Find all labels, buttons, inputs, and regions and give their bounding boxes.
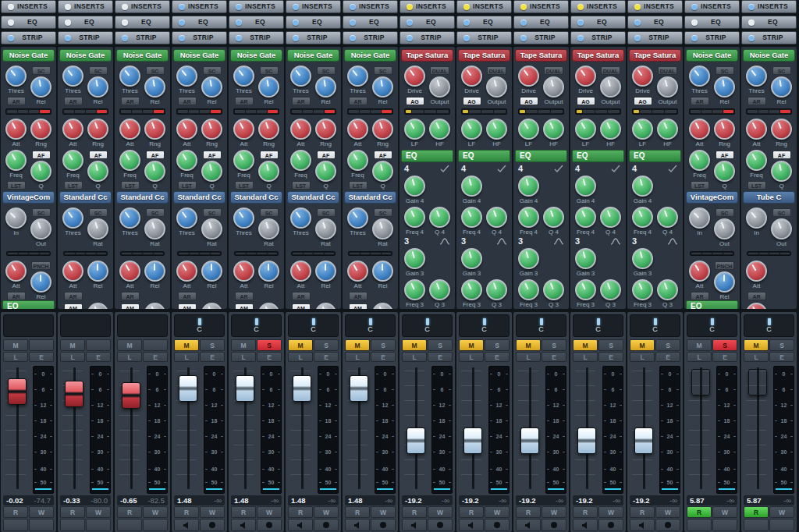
standard-comp-title[interactable]: Standard Cc [59,191,112,204]
volume-fader-handle[interactable] [520,427,539,454]
tape-output-knob[interactable] [543,76,564,98]
standard-comp-title[interactable]: Standard Cc [230,191,282,204]
gate-q-knob[interactable] [315,161,336,182]
gate-release-knob[interactable] [258,76,279,98]
gate-af-button[interactable]: AF [89,151,108,159]
tape-hf-knob[interactable] [429,119,450,140]
tape-saturator-title[interactable]: Tape Satura [401,49,453,62]
gate-freq-knob[interactable] [290,150,311,171]
inserts-rack-header[interactable]: INSERTS [229,0,284,13]
inserts-active-led[interactable] [463,4,470,10]
record-enable-button[interactable] [655,519,680,531]
gate-ar-button[interactable]: AR [691,97,709,105]
read-automation-button[interactable]: R [60,506,85,518]
gate-af-button[interactable]: AF [317,151,336,159]
mute-button[interactable]: M [402,339,427,351]
eq-band3-q-knob[interactable] [543,279,564,300]
scomp-threshold-knob[interactable] [290,207,311,229]
vcomp-ar-button[interactable]: AR [7,292,26,300]
vcomp-sidechain-button[interactable]: SC [716,208,734,217]
strip-active-led[interactable] [748,35,755,41]
inserts-rack-header[interactable]: INSERTS [570,0,626,13]
gate-sidechain-button[interactable]: SC [374,66,392,75]
gate-release-knob[interactable] [315,76,336,98]
vcomp-punch-button[interactable]: PNCH [715,261,735,270]
gate-sidechain-button[interactable]: SC [317,66,336,75]
eq-band3-gain-knob[interactable] [575,248,596,269]
eq-band4-q-knob[interactable] [657,207,678,228]
eq-band3-gain-knob[interactable] [404,248,425,269]
listen-button[interactable]: L [516,352,541,362]
eq-active-led[interactable] [634,20,641,26]
gate-freq-knob[interactable] [347,150,368,171]
peak-level-value[interactable]: -∞ [214,496,222,505]
eq-band4-q-knob[interactable] [600,207,621,228]
read-automation-button[interactable]: R [3,506,28,518]
tape-dual-button[interactable]: DUAL [601,66,620,75]
inserts-active-led[interactable] [691,4,698,10]
tape-hf-knob[interactable] [486,119,507,140]
vcomp-input-knob[interactable] [5,207,27,229]
record-enable-button[interactable] [542,519,566,531]
vcomp-attack-knob[interactable] [5,261,27,282]
eq-section-header[interactable]: EQ [515,150,567,162]
fader-db-value[interactable]: 1.48 [234,496,249,505]
vintage-comp-title[interactable]: VintageCom [686,191,738,204]
strip-active-led[interactable] [350,35,356,41]
solo-button[interactable]: S [542,339,566,351]
pan-control[interactable]: C [687,314,737,337]
eq-band3-freq-knob[interactable] [404,279,425,300]
eq-section-header[interactable]: EQ [572,150,624,162]
gate-listen-button[interactable]: LST [7,181,26,190]
record-enable-button[interactable] [428,519,453,531]
volume-fader-handle[interactable] [634,427,653,454]
scomp-attack-knob[interactable] [62,261,83,282]
scomp-makeup-knob[interactable] [201,303,222,309]
gate-threshold-knob[interactable] [62,66,83,87]
gate-release-knob[interactable] [87,76,108,98]
eq-rack-header[interactable]: EQ [741,16,797,29]
tape-lf-knob[interactable] [575,119,596,140]
gate-listen-button[interactable]: LST [121,181,140,190]
gate-range-knob[interactable] [87,119,108,140]
scomp-release-knob[interactable] [372,261,393,282]
gate-attack-knob[interactable] [62,119,83,140]
read-automation-button[interactable]: R [573,506,598,518]
scomp-makeup-knob[interactable] [372,303,393,309]
eq-active-led[interactable] [8,20,14,26]
gate-attack-knob[interactable] [5,119,27,140]
strip-active-led[interactable] [407,35,413,41]
scomp-sidechain-button[interactable]: SC [89,208,108,217]
read-automation-button[interactable]: R [687,506,712,518]
scomp-makeup-knob[interactable] [144,303,165,309]
scomp-ar-button[interactable]: AR [235,292,254,300]
gate-ar-button[interactable]: AR [121,97,140,105]
gate-listen-button[interactable]: LST [235,181,254,190]
monitor-button[interactable] [630,519,655,531]
gate-attack-knob[interactable] [233,119,254,140]
eq-rack-header[interactable]: EQ [513,16,569,29]
listen-button[interactable]: L [459,352,484,362]
eq-band3-q-knob[interactable] [486,279,507,300]
mute-button[interactable]: M [459,339,484,351]
pan-control[interactable]: C [174,314,225,337]
fader-db-value[interactable]: 5.87 [747,496,762,505]
standard-comp-title[interactable]: Standard Cc [344,191,396,204]
gate-q-knob[interactable] [30,161,51,182]
write-automation-button[interactable]: W [655,506,680,518]
peak-level-value[interactable]: -∞ [442,496,449,505]
gate-release-knob[interactable] [372,76,393,98]
noise-gate-title[interactable]: Noise Gate [2,49,55,62]
gate-freq-knob[interactable] [176,150,197,171]
gate-threshold-knob[interactable] [176,66,197,87]
peak-level-value[interactable]: -∞ [328,496,336,505]
strip-rack-header[interactable]: STRIP [627,31,683,44]
tape-hf-knob[interactable] [657,119,678,140]
eq-section-header[interactable]: EQ [686,300,738,309]
scomp-ratio-knob[interactable] [372,218,393,239]
read-automation-button[interactable]: R [744,506,769,518]
gate-ar-button[interactable]: AR [748,97,766,105]
mute-button[interactable]: M [174,339,199,351]
eq-active-led[interactable] [577,20,584,26]
tape-ag-button[interactable]: AG [634,97,652,105]
